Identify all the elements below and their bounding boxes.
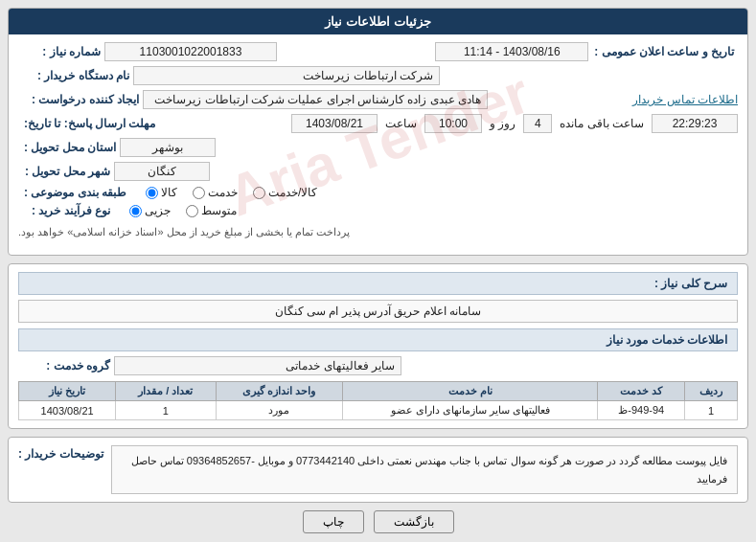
mohlet-mande-value: 22:29:23 [652, 114, 738, 133]
tabagheh-kala-input[interactable] [146, 187, 158, 199]
nooe-motavaset-input[interactable] [186, 205, 198, 217]
table-header-nam: نام خدمت [343, 382, 598, 401]
table-cell: 949-94-ظ [598, 401, 685, 420]
services-table: ردیف کد خدمت نام خدمت واحد اندازه گیری ت… [18, 381, 738, 420]
serj-value: سامانه اعلام حریق آدرس پذیر ام سی کنگان [18, 300, 738, 323]
tozih-value: فایل پیوست مطالعه گردد در صورت هر گونه س… [111, 445, 738, 494]
tabagheh-khedmat-input[interactable] [193, 187, 205, 199]
tabagheh-khedmat-label: خدمت [208, 186, 238, 199]
payment-text: پرداخت تمام یا بخشی از مبلغ خرید از محل … [18, 222, 350, 242]
goroh-label: گروه خدمت : [24, 359, 110, 373]
tabagheh-kala-khedmat-radio[interactable]: کالا/خدمت [253, 186, 317, 199]
tabagheh-khedmat-radio[interactable]: خدمت [193, 186, 238, 199]
bazgasht-button[interactable]: بازگشت [374, 510, 454, 533]
mohlet-date-value: 1403/08/21 [291, 114, 378, 133]
nooe-jozii-input[interactable] [129, 205, 142, 217]
nooe-jozii-label: جزیی [145, 204, 171, 217]
mohlet-saet-value: 10:00 [424, 114, 482, 133]
ostan-label: استان محل تحویل : [24, 141, 116, 154]
table-cell: 1403/08/21 [19, 401, 116, 420]
mohlet-saet-label: ساعت [385, 117, 417, 130]
nooe-jozii-radio[interactable]: جزیی [129, 204, 171, 217]
chap-button[interactable]: چاپ [303, 510, 364, 533]
table-header-kod: کد خدمت [598, 382, 685, 401]
serj-title: سرح کلی نیاز : [18, 272, 738, 295]
table-header-vahed: واحد اندازه گیری [216, 382, 342, 401]
tabagheh-kala-khedmat-input[interactable] [253, 187, 265, 199]
mohlet-rooz-value: 4 [523, 114, 552, 133]
ijad-value: هادی عبدی زاده کارشناس اجرای عملیات شرکت… [143, 90, 488, 109]
shomare-niaz-label: شماره نیاز : [24, 45, 101, 58]
page-title: جزئیات اطلاعات نیاز [9, 9, 747, 34]
table-cell: 1 [685, 401, 738, 420]
ijad-link[interactable]: اطلاعات تماس خریدار [632, 93, 738, 106]
tabagheh-label: طبقه بندی موضوعی : [24, 186, 126, 199]
tabagheh-kala-radio[interactable]: کالا [146, 186, 177, 199]
goroh-value: سایر فعالیتهای خدماتی [114, 356, 401, 375]
mohlet-label: مهلت ارسال پاسخ: تا تاریخ: [24, 117, 155, 130]
nam-dastgah-label: نام دستگاه خریدار : [24, 69, 129, 82]
nooe-motavaset-radio[interactable]: متوسط [186, 204, 237, 217]
tabagheh-kala-label: کالا [161, 186, 177, 199]
tozih-label: توضیحات خریدار : [18, 445, 103, 461]
mohlet-rooz-label: روز و [490, 117, 515, 130]
tabagheh-kala-khedmat-label: کالا/خدمت [268, 186, 317, 199]
table-cell: فعالیتهای سایر سازمانهای دارای عضو [343, 401, 598, 420]
shomare-niaz-value: 1103001022001833 [104, 42, 277, 61]
ettelaat-title: اطلاعات خدمات مورد نیاز [18, 328, 738, 351]
ijad-label: ایجاد کننده درخواست : [24, 93, 139, 106]
table-header-radif: ردیف [685, 382, 738, 401]
mohlet-mande-label: ساعت باقی مانده [560, 117, 644, 130]
table-header-tedad: تعداد / مقدار [116, 382, 216, 401]
nooe-label: نوع فرآیند خرید : [24, 204, 110, 217]
ostan-value: بوشهر [120, 138, 216, 157]
table-header-tarikh: تاریخ نیاز [19, 382, 116, 401]
tarikh-label: تاریخ و ساعت اعلان عمومی : [594, 45, 734, 58]
table-row: 1949-94-ظفعالیتهای سایر سازمانهای دارای … [19, 401, 738, 420]
tarikh-value: 1403/08/16 - 11:14 [435, 42, 588, 61]
table-cell: مورد [216, 401, 342, 420]
shahr-value: کنگان [114, 162, 210, 181]
nooe-motavaset-label: متوسط [201, 204, 237, 217]
table-cell: 1 [116, 401, 216, 420]
shahr-label: شهر محل تحویل : [24, 165, 110, 178]
nam-dastgah-value: شرکت ارتباطات زیرساخت [133, 66, 440, 85]
